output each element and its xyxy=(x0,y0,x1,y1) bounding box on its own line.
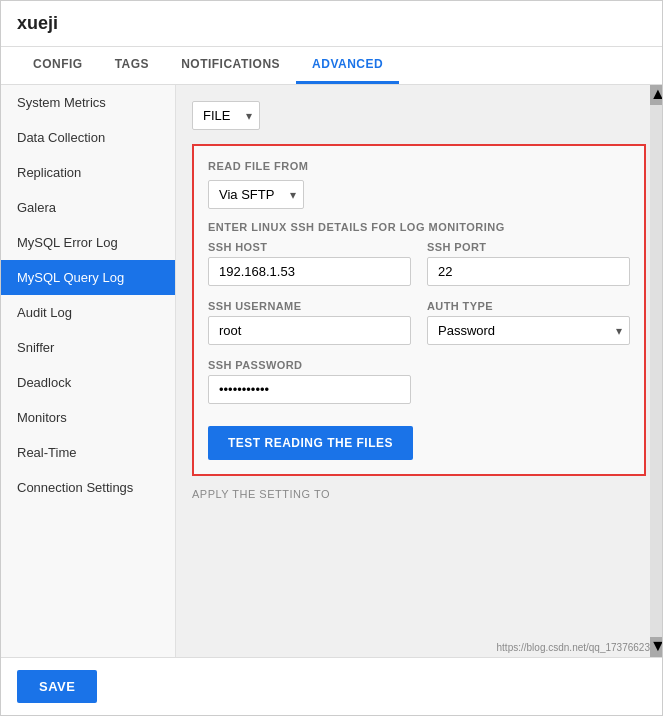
sidebar-item-replication[interactable]: Replication xyxy=(1,155,175,190)
sftp-config-box: READ FILE FROM Via SFTP Locally ENTER LI… xyxy=(192,144,646,476)
read-file-from-label: READ FILE FROM xyxy=(208,160,630,172)
save-button[interactable]: SAVE xyxy=(17,670,97,703)
sidebar-item-real-time[interactable]: Real-Time xyxy=(1,435,175,470)
sidebar-item-audit-log[interactable]: Audit Log xyxy=(1,295,175,330)
auth-type-select[interactable]: Password Key xyxy=(427,316,630,345)
auth-type-select-wrapper[interactable]: Password Key xyxy=(427,316,630,345)
scroll-down-arrow[interactable]: ▼ xyxy=(650,637,662,657)
ssh-username-group: SSH USERNAME xyxy=(208,300,411,345)
sidebar-item-mysql-error-log[interactable]: MySQL Error Log xyxy=(1,225,175,260)
test-reading-files-button[interactable]: TEST READING THE FILES xyxy=(208,426,413,460)
watermark: https://blog.csdn.net/qq_17376623 xyxy=(497,642,650,653)
content-area: ▲ ▼ FILE READ FILE FROM Via SFT xyxy=(176,85,662,657)
window-title: xueji xyxy=(17,13,646,34)
sidebar-item-galera[interactable]: Galera xyxy=(1,190,175,225)
sidebar-item-connection-settings[interactable]: Connection Settings xyxy=(1,470,175,505)
via-sftp-select-wrapper-row: Via SFTP Locally xyxy=(208,180,630,209)
sidebar-item-system-metrics[interactable]: System Metrics xyxy=(1,85,175,120)
main-window: xueji CONFIG TAGS NOTIFICATIONS ADVANCED… xyxy=(0,0,663,716)
file-select-wrapper[interactable]: FILE xyxy=(192,101,260,130)
ssh-password-row: SSH PASSWORD xyxy=(208,359,630,404)
ssh-details-label: ENTER LINUX SSH DETAILS FOR LOG MONITORI… xyxy=(208,221,630,233)
title-bar: xueji xyxy=(1,1,662,47)
ssh-host-group: SSH HOST xyxy=(208,241,411,286)
ssh-username-input[interactable] xyxy=(208,316,411,345)
ssh-host-label: SSH HOST xyxy=(208,241,411,253)
ssh-port-group: SSH PORT xyxy=(427,241,630,286)
main-content: System Metrics Data Collection Replicati… xyxy=(1,85,662,657)
sidebar-item-mysql-query-log[interactable]: MySQL Query Log xyxy=(1,260,175,295)
sidebar-item-data-collection[interactable]: Data Collection xyxy=(1,120,175,155)
ssh-password-input[interactable] xyxy=(208,375,411,404)
tab-notifications[interactable]: NOTIFICATIONS xyxy=(165,47,296,84)
sidebar: System Metrics Data Collection Replicati… xyxy=(1,85,176,657)
ssh-host-input[interactable] xyxy=(208,257,411,286)
auth-type-group: AUTH TYPE Password Key xyxy=(427,300,630,345)
sidebar-item-monitors[interactable]: Monitors xyxy=(1,400,175,435)
apply-setting-label: APPLY THE SETTING TO xyxy=(192,488,646,500)
tab-tags[interactable]: TAGS xyxy=(99,47,165,84)
tab-bar: CONFIG TAGS NOTIFICATIONS ADVANCED xyxy=(1,47,662,85)
ssh-username-auth-row: SSH USERNAME AUTH TYPE Password Key xyxy=(208,300,630,345)
ssh-username-label: SSH USERNAME xyxy=(208,300,411,312)
sidebar-item-deadlock[interactable]: Deadlock xyxy=(1,365,175,400)
file-select[interactable]: FILE xyxy=(192,101,260,130)
ssh-password-group: SSH PASSWORD xyxy=(208,359,630,404)
ssh-host-port-row: SSH HOST SSH PORT xyxy=(208,241,630,286)
scrollbar-track[interactable]: ▲ ▼ xyxy=(650,85,662,657)
scroll-up-arrow[interactable]: ▲ xyxy=(650,85,662,105)
ssh-port-label: SSH PORT xyxy=(427,241,630,253)
auth-type-label: AUTH TYPE xyxy=(427,300,630,312)
ssh-password-label: SSH PASSWORD xyxy=(208,359,630,371)
tab-advanced[interactable]: ADVANCED xyxy=(296,47,399,84)
sidebar-item-sniffer[interactable]: Sniffer xyxy=(1,330,175,365)
via-sftp-select[interactable]: Via SFTP Locally xyxy=(208,180,304,209)
file-dropdown-row: FILE xyxy=(192,101,646,130)
footer-bar: SAVE xyxy=(1,657,662,715)
via-sftp-select-wrapper[interactable]: Via SFTP Locally xyxy=(208,180,304,209)
tab-config[interactable]: CONFIG xyxy=(17,47,99,84)
ssh-port-input[interactable] xyxy=(427,257,630,286)
